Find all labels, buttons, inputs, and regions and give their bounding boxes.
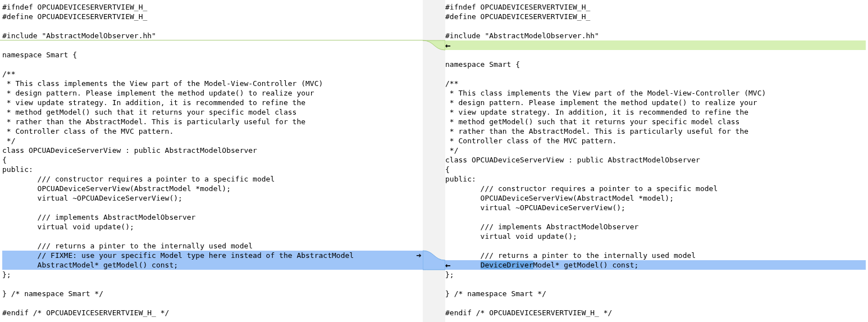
code-line[interactable]: DeviceDriverModel* getModel() const; (445, 260, 866, 270)
code-line[interactable] (2, 279, 423, 289)
code-line[interactable]: { (2, 155, 423, 165)
code-line[interactable]: virtual ~OPCUADeviceServerView(); (445, 203, 866, 212)
code-line[interactable] (445, 279, 866, 289)
code-line[interactable]: virtual void update(); (2, 222, 423, 232)
code-line[interactable]: OPCUADeviceServerView(AbstractModel *mod… (445, 193, 866, 203)
code-line[interactable] (2, 60, 423, 69)
code-line[interactable]: * This class implements the View part of… (445, 88, 866, 98)
left-panel[interactable]: #ifndef OPCUADEVICESERVERTVIEW_H_#define… (0, 0, 423, 322)
code-line[interactable]: class OPCUADeviceServerView : public Abs… (2, 146, 423, 155)
code-line[interactable] (2, 21, 423, 31)
code-line[interactable] (445, 21, 866, 31)
code-line[interactable]: * Controller class of the MVC pattern. (445, 136, 866, 146)
code-line[interactable]: * method getModel() such that it returns… (445, 117, 866, 126)
diff-view: #ifndef OPCUADEVICESERVERTVIEW_H_#define… (0, 0, 868, 322)
code-line[interactable]: }; (445, 270, 866, 279)
code-line[interactable]: /// implements AbstractModelObserver (2, 212, 423, 222)
code-line[interactable]: #include "AbstractModelObserver.hh" (445, 31, 866, 40)
code-line[interactable]: #define OPCUADEVICESERVERTVIEW_H_ (2, 12, 423, 21)
code-line[interactable]: class OPCUADeviceServerView : public Abs… (445, 155, 866, 165)
code-line[interactable] (2, 203, 423, 212)
code-line[interactable]: * design pattern. Please implement the m… (445, 98, 866, 107)
code-line[interactable]: // FIXME: use your specific Model type h… (2, 251, 423, 260)
code-line[interactable] (445, 241, 866, 251)
code-line[interactable] (445, 69, 866, 79)
code-line[interactable]: #define OPCUADEVICESERVERTVIEW_H_ (445, 12, 866, 21)
connector-modified (423, 0, 445, 322)
code-line[interactable] (445, 298, 866, 308)
code-line[interactable] (445, 40, 866, 50)
code-line[interactable]: * method getModel() such that it returns… (2, 107, 423, 117)
code-line[interactable]: namespace Smart { (445, 60, 866, 69)
code-line[interactable]: #endif /* OPCUADEVICESERVERTVIEW_H_ */ (445, 308, 866, 318)
code-line[interactable]: } /* namespace Smart */ (445, 289, 866, 298)
code-line[interactable]: #ifndef OPCUADEVICESERVERTVIEW_H_ (2, 2, 423, 12)
code-line[interactable]: * view update strategy. In addition, it … (2, 98, 423, 107)
code-line[interactable]: * Controller class of the MVC pattern. (2, 126, 423, 136)
code-line[interactable]: { (445, 165, 866, 174)
code-line[interactable] (445, 212, 866, 222)
code-line[interactable] (2, 232, 423, 241)
code-line[interactable]: /// constructor requires a pointer to a … (2, 174, 423, 184)
insertion-seam (0, 40, 423, 40)
code-line[interactable]: #include "AbstractModelObserver.hh" (2, 31, 423, 40)
code-line[interactable]: public: (445, 174, 866, 184)
code-line[interactable]: /** (445, 79, 866, 88)
code-line[interactable]: AbstractModel* getModel() const; (2, 260, 423, 270)
code-line[interactable]: * rather than the AbstractModel. This is… (2, 117, 423, 126)
code-line[interactable]: }; (2, 270, 423, 279)
code-line[interactable]: * view update strategy. In addition, it … (445, 107, 866, 117)
code-line[interactable]: * design pattern. Please implement the m… (2, 88, 423, 98)
code-line[interactable]: #ifndef OPCUADEVICESERVERTVIEW_H_ (445, 2, 866, 12)
code-line[interactable] (2, 40, 423, 50)
code-line[interactable]: /// returns a pinter to the internally u… (445, 251, 866, 260)
code-line[interactable] (445, 50, 866, 60)
code-line[interactable]: /** (2, 69, 423, 79)
code-line[interactable]: #endif /* OPCUADEVICESERVERTVIEW_H_ */ (2, 308, 423, 318)
code-line[interactable]: } /* namespace Smart */ (2, 289, 423, 298)
code-line[interactable]: * rather than the AbstractModel. This is… (445, 126, 866, 136)
code-line[interactable]: /// implements AbstractModelObserver (445, 222, 866, 232)
center-gutter (423, 0, 445, 322)
code-line[interactable]: virtual void update(); (445, 232, 866, 241)
code-line[interactable]: virtual ~OPCUADeviceServerView(); (2, 193, 423, 203)
code-line[interactable]: OPCUADeviceServerView(AbstractModel *mod… (2, 184, 423, 193)
code-line[interactable] (2, 298, 423, 308)
code-line[interactable]: /// constructor requires a pointer to a … (445, 184, 866, 193)
code-line[interactable]: namespace Smart { (2, 50, 423, 60)
code-line[interactable]: * This class implements the View part of… (2, 79, 423, 88)
code-line[interactable]: public: (2, 165, 423, 174)
code-line[interactable]: */ (445, 146, 866, 155)
code-line[interactable]: */ (2, 136, 423, 146)
code-line[interactable]: /// returns a pinter to the internally u… (2, 241, 423, 251)
right-panel[interactable]: #ifndef OPCUADEVICESERVERTVIEW_H_#define… (445, 0, 868, 322)
